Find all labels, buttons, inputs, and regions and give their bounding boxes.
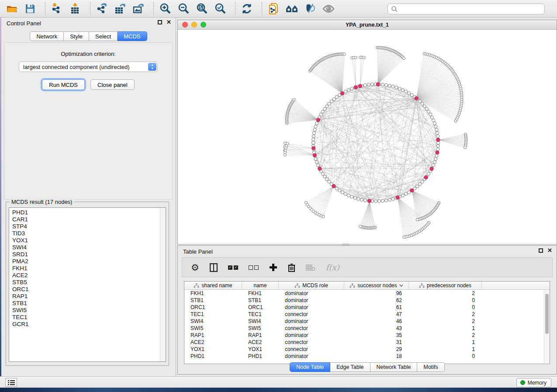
column-header-MCDS-role[interactable]: MCDS role xyxy=(279,282,344,289)
cell-successor-nodes: 96 xyxy=(344,290,409,297)
mcds-result-item[interactable]: SRD1 xyxy=(12,251,166,258)
network-canvas[interactable] xyxy=(178,30,557,244)
table-row[interactable]: FKH1FKH1dominator962 xyxy=(184,290,550,297)
zoom-fit-icon[interactable] xyxy=(194,2,209,16)
zoom-out-icon[interactable] xyxy=(176,2,191,16)
mcds-result-item[interactable]: PMA2 xyxy=(12,258,166,265)
column-header-shared-name[interactable]: shared name xyxy=(184,282,242,289)
table-row[interactable]: TEC1TEC1connector472 xyxy=(184,311,550,318)
delete-column-icon[interactable] xyxy=(288,263,295,272)
mcds-result-item[interactable]: ORC1 xyxy=(12,286,166,293)
toolbar-separator xyxy=(153,2,154,15)
tab-edge-table[interactable]: Edge Table xyxy=(330,362,370,372)
list-icon xyxy=(8,380,15,385)
cell-predecessor-nodes: 2 xyxy=(409,311,482,318)
search-box[interactable] xyxy=(387,3,545,14)
open-session-icon[interactable] xyxy=(4,2,19,16)
import-network-icon[interactable] xyxy=(49,2,64,16)
mcds-result-list: PHD1CAR1STP4TID3YOX1SWI4SRD1PMA2FKH1ACE2… xyxy=(9,208,166,328)
mcds-result-item[interactable]: CAR1 xyxy=(12,216,166,223)
column-header-name[interactable]: name xyxy=(242,282,279,289)
deselect-all-icon[interactable] xyxy=(249,265,259,270)
mcds-result-item[interactable]: SWI4 xyxy=(12,244,166,251)
table-row[interactable]: ACE2ACE2connector311 xyxy=(184,339,550,346)
refresh-icon[interactable] xyxy=(239,2,254,16)
zoom-selected-icon[interactable] xyxy=(213,2,228,16)
export-image-icon[interactable] xyxy=(131,2,146,16)
cell-successor-nodes: 31 xyxy=(344,339,409,346)
export-table-icon[interactable] xyxy=(113,2,128,16)
mcds-result-item[interactable]: PHD1 xyxy=(12,209,166,216)
save-session-icon[interactable] xyxy=(23,2,38,16)
maximize-window-icon[interactable] xyxy=(201,22,206,28)
column-manager-icon[interactable] xyxy=(210,263,218,272)
column-header-predecessor-nodes[interactable]: predecessor nodes xyxy=(409,282,482,289)
table-row[interactable]: RAP1RAP1dominator352 xyxy=(184,332,550,339)
cell-shared-name: RAP1 xyxy=(184,332,242,339)
table-row[interactable]: ORC1ORC1dominator610 xyxy=(184,304,550,311)
float-panel-icon[interactable] xyxy=(539,248,543,253)
select-all-icon[interactable]: ✓✓ xyxy=(228,265,238,270)
cell-predecessor-nodes: 2 xyxy=(409,318,482,325)
node-table-body: FKH1FKH1dominator962STB1STB1dominator620… xyxy=(184,290,550,360)
cell-MCDS-role: dominator xyxy=(279,332,344,339)
zoom-in-icon[interactable] xyxy=(158,2,173,16)
tab-network[interactable]: Network xyxy=(30,31,64,41)
mcds-result-item[interactable]: STB5 xyxy=(12,279,166,286)
add-column-icon[interactable] xyxy=(269,263,277,272)
memory-button[interactable]: Memory xyxy=(516,378,551,387)
import-table-icon[interactable] xyxy=(68,2,83,16)
show-all-icon[interactable] xyxy=(321,2,336,16)
mcds-result-item[interactable]: YOX1 xyxy=(12,237,166,244)
network-window-titlebar[interactable]: YPA_prune.txt_1 xyxy=(178,20,557,30)
task-history-button[interactable] xyxy=(5,378,17,387)
cell-predecessor-nodes: 1 xyxy=(409,346,482,353)
table-row[interactable]: SWI4SWI4dominator462 xyxy=(184,318,550,325)
close-panel-button[interactable]: Close panel xyxy=(90,79,135,90)
mcds-result-item[interactable]: STP4 xyxy=(12,223,166,230)
tab-select[interactable]: Select xyxy=(89,31,118,41)
run-mcds-button[interactable]: Run MCDS xyxy=(42,79,85,90)
network-from-selection-icon[interactable] xyxy=(266,2,281,16)
cell-MCDS-role: dominator xyxy=(279,304,344,311)
table-row[interactable]: YOX1YOX1connector291 xyxy=(184,346,550,353)
tab-motifs[interactable]: Motifs xyxy=(417,362,444,372)
table-scrollbar-thumb[interactable] xyxy=(545,294,549,334)
table-scrollbar[interactable] xyxy=(544,290,550,363)
hide-selection-icon[interactable] xyxy=(303,2,318,16)
mcds-result-title: MCDS result (17 nodes) xyxy=(10,199,74,205)
mcds-list-scrollbar[interactable] xyxy=(160,208,166,361)
first-neighbors-icon[interactable] xyxy=(284,2,299,16)
column-header-successor-nodes[interactable]: successor nodes xyxy=(344,282,409,289)
mcds-result-item[interactable]: TID3 xyxy=(12,230,166,237)
mcds-result-item[interactable]: FKH1 xyxy=(12,265,166,272)
cell-successor-nodes: 46 xyxy=(344,318,409,325)
float-panel-icon[interactable] xyxy=(158,20,162,24)
close-window-icon[interactable] xyxy=(182,22,188,28)
toolbar-separator xyxy=(90,2,90,15)
export-network-icon[interactable] xyxy=(94,2,109,16)
tab-network-table[interactable]: Network Table xyxy=(370,362,418,372)
mcds-result-group: MCDS result (17 nodes) PHD1CAR1STP4TID3Y… xyxy=(6,202,169,366)
mcds-result-item[interactable]: RAP1 xyxy=(12,293,166,300)
close-panel-icon[interactable]: ✕ xyxy=(166,20,171,24)
tab-node-table[interactable]: Node Table xyxy=(290,362,330,372)
table-row[interactable]: STB1STB1dominator620 xyxy=(184,297,550,304)
mcds-result-listbox[interactable]: PHD1CAR1STP4TID3YOX1SWI4SRD1PMA2FKH1ACE2… xyxy=(9,207,166,362)
table-row[interactable]: SWI5SWI5connector431 xyxy=(184,325,550,332)
node-table[interactable]: shared namenameMCDS rolesuccessor nodesp… xyxy=(184,281,550,364)
mcds-result-item[interactable]: ACE2 xyxy=(12,272,166,279)
criterion-dropdown[interactable]: largest connected component (undirected)… xyxy=(19,62,158,72)
minimize-window-icon[interactable] xyxy=(191,22,197,28)
mcds-result-item[interactable]: SWI5 xyxy=(12,307,166,314)
mcds-result-item[interactable]: TEC1 xyxy=(12,314,166,321)
table-settings-icon[interactable]: ⚙ xyxy=(191,263,199,272)
mcds-result-item[interactable]: STB1 xyxy=(12,300,166,307)
search-input[interactable] xyxy=(398,5,544,14)
close-panel-icon[interactable]: ✕ xyxy=(547,248,552,253)
tab-style[interactable]: Style xyxy=(64,31,89,41)
tab-mcds[interactable]: MCDS xyxy=(118,31,147,41)
cell-successor-nodes: 18 xyxy=(344,353,409,360)
mcds-result-item[interactable]: GCR1 xyxy=(12,321,166,328)
table-row[interactable]: PHD1PHD1dominator180 xyxy=(184,353,550,360)
